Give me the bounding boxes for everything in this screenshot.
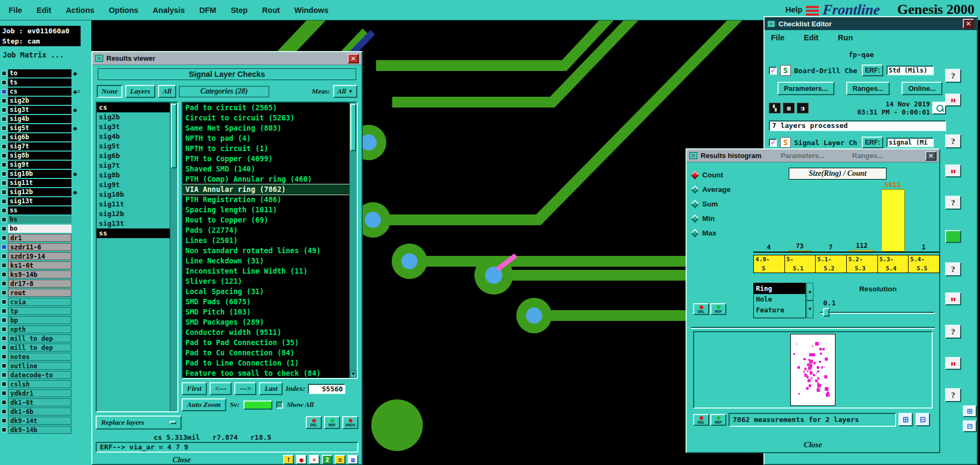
layer-row[interactable]: ks9-14b: [0, 270, 91, 279]
auto-zoom-dropdown[interactable]: Auto Zoom: [182, 398, 226, 411]
layer-row[interactable]: sig10b ◆: [0, 169, 91, 178]
mode-list-scroll[interactable]: ▲ ▼: [806, 283, 813, 318]
layer-name[interactable]: dk1-6t: [8, 398, 71, 406]
layer-checkbox[interactable]: [2, 272, 6, 277]
layer-row[interactable]: dk9-14b: [0, 425, 91, 434]
viewer-layer-item[interactable]: sig8b: [97, 170, 170, 180]
layer-name[interactable]: sig8b: [8, 152, 71, 160]
scroll-down-icon[interactable]: ▼: [350, 370, 356, 377]
parameters-button[interactable]: Parameters...: [777, 82, 834, 95]
tool-icon-1[interactable]: ▚: [769, 103, 781, 113]
filter-all-button[interactable]: All: [158, 85, 177, 98]
layer-row[interactable]: ks1-6t: [0, 261, 91, 270]
help-button[interactable]: ?: [945, 388, 961, 402]
layer-checkbox[interactable]: [2, 89, 6, 94]
del-button[interactable]: DEL: [693, 414, 709, 426]
layer-name[interactable]: sig10b: [8, 170, 71, 178]
category-item[interactable]: SMD Pads (6075): [183, 297, 349, 307]
toolbar-icon[interactable]: 2: [322, 455, 333, 464]
help-button[interactable]: ?: [945, 262, 961, 276]
layer-row[interactable]: sig8b: [0, 151, 91, 160]
layer-row[interactable]: tp: [0, 306, 91, 316]
viewer-layer-item[interactable]: sig2b: [97, 112, 170, 122]
resolution-slider[interactable]: [820, 312, 935, 314]
erf-button[interactable]: ERF:: [862, 65, 883, 76]
diamond-radio-icon[interactable]: [691, 214, 700, 223]
pause-indicator-icon[interactable]: ▮▮: [945, 164, 961, 177]
measure-mode-item[interactable]: Feature: [754, 305, 805, 316]
save-icon[interactable]: ⊟: [963, 420, 977, 432]
layer-name[interactable]: sig2b: [8, 97, 71, 105]
layer-checkbox[interactable]: [2, 318, 6, 323]
layer-checkbox[interactable]: [2, 181, 6, 185]
severity-color-swatch[interactable]: [243, 400, 272, 410]
layer-checkbox[interactable]: [2, 80, 6, 85]
layer-checkbox[interactable]: [2, 391, 6, 396]
job-matrix-button[interactable]: Job Matrix ...: [3, 51, 64, 59]
layer-name[interactable]: sig11t: [8, 179, 71, 187]
viewer-layer-item[interactable]: ss: [97, 228, 170, 238]
category-item[interactable]: Line Neckdown (31): [183, 256, 349, 266]
layer-checkbox[interactable]: [2, 382, 6, 387]
category-item[interactable]: Inconsistent Line Width (11): [183, 266, 349, 276]
last-button[interactable]: Last: [259, 382, 283, 395]
layer-checkbox[interactable]: [2, 263, 6, 268]
category-item[interactable]: Lines (2501): [183, 235, 349, 246]
layer-checkbox[interactable]: [2, 153, 6, 158]
category-item[interactable]: Pad to Pad Connection (35): [183, 338, 349, 348]
category-item[interactable]: Non standard rotated lines (49): [183, 246, 349, 256]
prev-button[interactable]: <---: [210, 382, 232, 395]
layer-checkbox[interactable]: [2, 373, 6, 377]
close-icon[interactable]: ✕: [963, 19, 974, 28]
layer-row[interactable]: bo: [0, 224, 91, 233]
check-label[interactable]: Board-Drill Che: [794, 67, 859, 75]
layer-checkbox[interactable]: [2, 354, 6, 359]
layer-row[interactable]: dk9-14t: [0, 416, 91, 425]
layer-row[interactable]: sig9t: [0, 160, 91, 169]
histogram-close-button[interactable]: Close: [697, 438, 928, 452]
category-item[interactable]: Pad to circuit (2565): [183, 103, 349, 113]
layer-name[interactable]: bs: [8, 216, 71, 224]
layer-checkbox[interactable]: [2, 98, 6, 103]
layer-name[interactable]: ks1-6t: [8, 261, 71, 269]
layer-checkbox[interactable]: [2, 309, 6, 313]
measure-mode-item[interactable]: Hole: [754, 294, 805, 305]
layer-row[interactable]: cslsh: [0, 380, 91, 389]
viewer-layer-item[interactable]: sig10b: [97, 190, 170, 199]
layer-row[interactable]: sig2b: [0, 96, 91, 105]
scroll-up-icon[interactable]: ▲: [806, 283, 813, 301]
layer-row[interactable]: to ◆: [0, 69, 91, 78]
category-item[interactable]: PTH Registration (486): [183, 195, 349, 205]
category-item[interactable]: Pad to Cu Connection (84): [183, 348, 349, 358]
viewer-layer-item[interactable]: sig13t: [97, 219, 170, 228]
stat-option[interactable]: Average: [692, 182, 749, 197]
layer-checkbox[interactable]: [2, 245, 6, 249]
stat-option[interactable]: Min: [692, 211, 749, 226]
layer-row[interactable]: outline: [0, 361, 91, 370]
category-item[interactable]: Pad to Line Connection (1): [183, 358, 349, 368]
layer-name[interactable]: ts: [8, 78, 71, 87]
layer-row[interactable]: bs: [0, 215, 91, 224]
layer-checkbox[interactable]: [2, 217, 6, 222]
layer-row[interactable]: cs ◆=: [0, 87, 91, 96]
layer-checkbox[interactable]: [2, 400, 6, 405]
diamond-radio-icon[interactable]: [691, 229, 700, 238]
layer-checkbox[interactable]: [2, 409, 6, 414]
layer-name[interactable]: outline: [8, 362, 71, 370]
layer-name[interactable]: sig4b: [8, 115, 71, 123]
layer-checkbox[interactable]: [2, 135, 6, 140]
toolbar-icon[interactable]: !: [283, 455, 294, 464]
layer-checkbox[interactable]: [2, 281, 6, 286]
menu-item[interactable]: Actions: [66, 6, 94, 15]
layer-name[interactable]: rout: [8, 289, 71, 297]
layer-checkbox[interactable]: [2, 199, 6, 204]
layer-checkbox[interactable]: [2, 235, 6, 240]
layer-checkbox[interactable]: [2, 162, 6, 167]
layer-name[interactable]: sig7t: [8, 142, 71, 151]
layer-row[interactable]: sig5t ◆: [0, 124, 91, 133]
erf-button[interactable]: ERF:: [862, 137, 883, 148]
menu-item[interactable]: File: [771, 33, 784, 42]
diamond-radio-icon[interactable]: [691, 185, 700, 194]
layer-name[interactable]: sig5t: [8, 124, 71, 132]
replace-layers-dropdown[interactable]: Replace layers: [96, 416, 182, 430]
